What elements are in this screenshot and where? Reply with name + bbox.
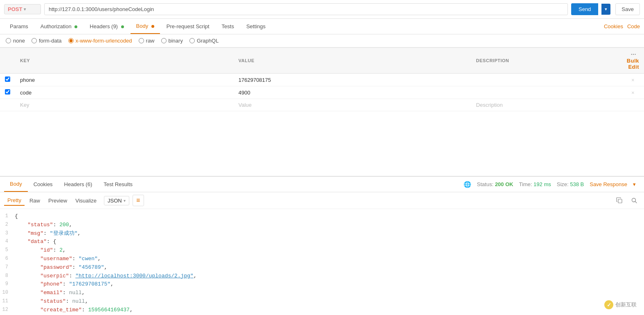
tab-headers[interactable]: Headers (9) <box>84 19 129 34</box>
line-content: "create_time": 1595664169437, <box>15 306 644 315</box>
line-number: 9 <box>0 280 15 289</box>
placeholder-key[interactable]: Key <box>15 99 234 111</box>
row1-key[interactable]: phone <box>15 74 234 86</box>
search-button[interactable] <box>628 195 640 206</box>
line-number: 8 <box>0 272 15 281</box>
save-response-dropdown-icon[interactable]: ▾ <box>633 181 636 187</box>
svg-rect-0 <box>618 199 622 203</box>
save-button[interactable]: Save <box>615 3 640 15</box>
code-link[interactable]: Code <box>627 23 640 29</box>
headers-dot <box>121 25 124 28</box>
resp-tab-test-results[interactable]: Test Results <box>98 177 138 191</box>
th-description: DESCRIPTION <box>471 48 622 74</box>
line-number: 12 <box>0 306 15 315</box>
globe-icon: 🌐 <box>464 181 471 188</box>
tab-params[interactable]: Params <box>4 19 34 34</box>
json-line: 4 "data": { <box>0 238 644 246</box>
request-tabs: Params Authorization Headers (9) Body Pr… <box>0 19 644 34</box>
json-line: 6 "username": "cwen", <box>0 255 644 263</box>
json-line: 9 "phone": "17629708175", <box>0 280 644 289</box>
line-content: "password": "456789", <box>15 263 644 272</box>
send-dropdown-button[interactable]: ▾ <box>601 4 610 15</box>
line-content: "msg": "登录成功", <box>15 230 644 238</box>
tab-body[interactable]: Body <box>131 19 160 34</box>
right-icons <box>614 195 640 206</box>
line-number: 3 <box>0 230 15 238</box>
row2-description[interactable] <box>471 86 622 99</box>
format-visualize[interactable]: Visualize <box>72 196 100 205</box>
size-label: Size: 538 B <box>557 181 584 187</box>
resp-tab-body[interactable]: Body <box>4 177 28 192</box>
dots-menu[interactable]: ··· <box>631 51 636 58</box>
row1-checkbox[interactable] <box>5 76 10 82</box>
bulk-edit-label[interactable]: Bulk Edit <box>627 58 639 70</box>
body-type-binary[interactable]: binary <box>161 38 183 44</box>
line-content: "email": null, <box>15 289 644 297</box>
wrap-button[interactable]: ≡ <box>133 195 144 206</box>
th-value: VALUE <box>234 48 471 74</box>
line-content: "data": { <box>15 238 644 246</box>
body-type-form-data[interactable]: form-data <box>32 38 62 44</box>
watermark: ✓ 创新互联 <box>604 300 637 309</box>
tab-settings[interactable]: Settings <box>241 19 271 34</box>
save-response-button[interactable]: Save Response <box>590 181 627 187</box>
request-params-section: KEY VALUE DESCRIPTION ··· Description Bu… <box>0 47 644 174</box>
table-row-placeholder: Key Value Description <box>0 99 644 111</box>
table-row: phone 17629708175 × <box>0 74 644 86</box>
top-bar: POST ▾ Send ▾ Save <box>0 0 644 19</box>
send-button[interactable]: Send <box>571 3 598 15</box>
line-number: 6 <box>0 255 15 263</box>
row1-value[interactable]: 17629708175 <box>234 74 471 86</box>
resp-tab-headers[interactable]: Headers (6) <box>59 177 98 191</box>
url-input[interactable] <box>44 3 568 15</box>
json-type-select[interactable]: JSON ▾ <box>104 196 129 205</box>
json-line: 10 "email": null, <box>0 289 644 297</box>
placeholder-value[interactable]: Value <box>234 99 471 111</box>
method-label: POST <box>8 6 22 12</box>
wrap-icon: ≡ <box>136 197 140 204</box>
json-line: 12 "create_time": 1595664169437, <box>0 306 644 315</box>
json-line: 5 "id": 2, <box>0 246 644 255</box>
body-type-raw[interactable]: raw <box>139 38 155 44</box>
tab-authorization[interactable]: Authorization <box>35 19 83 34</box>
line-number: 1 <box>0 212 15 221</box>
line-number: 11 <box>0 297 15 306</box>
format-pretty[interactable]: Pretty <box>4 196 25 206</box>
json-line: 3 "msg": "登录成功", <box>0 230 644 238</box>
right-links: Cookies Code <box>604 23 640 29</box>
format-raw[interactable]: Raw <box>26 196 43 205</box>
row2-checkbox[interactable] <box>5 89 10 94</box>
row2-value[interactable]: 4900 <box>234 86 471 99</box>
line-content: "phone": "17629708175", <box>15 280 644 289</box>
th-actions: ··· Description Bulk Edit <box>622 48 644 74</box>
json-line: 1{ <box>0 212 644 221</box>
row1-delete[interactable]: × <box>622 74 644 86</box>
line-content: "status": 200, <box>15 221 644 230</box>
line-content: "status": null, <box>15 297 644 306</box>
json-dropdown-icon: ▾ <box>124 198 126 203</box>
tab-pre-request[interactable]: Pre-request Script <box>161 19 215 34</box>
line-content: "id": 2, <box>15 246 644 255</box>
cookies-link[interactable]: Cookies <box>604 23 623 29</box>
json-line: 8 "userpic": "http://localhost:3000/uplo… <box>0 272 644 281</box>
th-checkbox <box>0 48 15 74</box>
response-toolbar: Pretty Raw Preview Visualize JSON ▾ ≡ <box>0 192 644 209</box>
authorization-dot <box>74 25 77 28</box>
body-type-urlencoded[interactable]: x-www-form-urlencoded <box>68 38 132 44</box>
body-type-none[interactable]: none <box>6 38 25 44</box>
placeholder-desc[interactable]: Description <box>471 99 622 111</box>
line-number: 10 <box>0 289 15 297</box>
json-line: 11 "status": null, <box>0 297 644 306</box>
body-type-graphql[interactable]: GraphQL <box>189 38 218 44</box>
resp-tab-cookies[interactable]: Cookies <box>28 177 59 191</box>
row1-description[interactable] <box>471 74 622 86</box>
line-content: "username": "cwen", <box>15 255 644 263</box>
copy-button[interactable] <box>614 195 625 206</box>
row2-key[interactable]: code <box>15 86 234 99</box>
json-line: 2 "status": 200, <box>0 221 644 230</box>
format-preview[interactable]: Preview <box>45 196 70 205</box>
row2-delete[interactable]: × <box>622 86 644 99</box>
line-number: 7 <box>0 263 15 272</box>
tab-tests[interactable]: Tests <box>216 19 240 34</box>
method-select[interactable]: POST ▾ <box>4 4 41 14</box>
